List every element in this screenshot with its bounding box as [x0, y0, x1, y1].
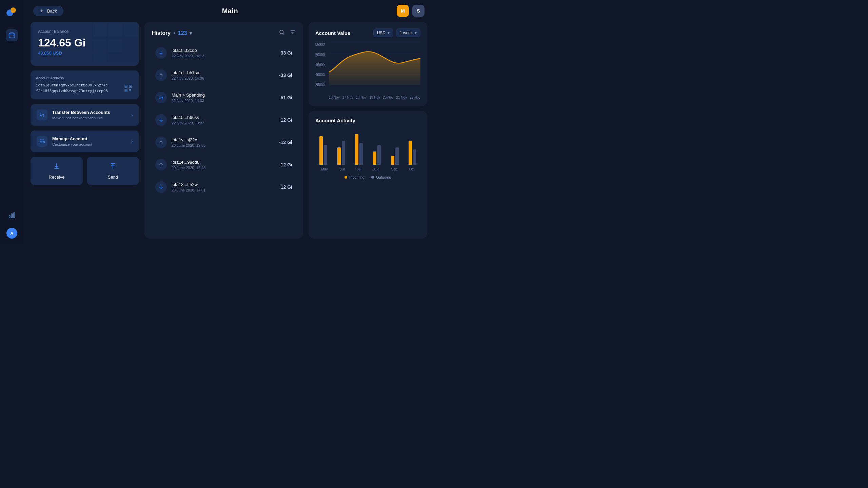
address-label: Account Address [36, 76, 134, 80]
tx-address: iota1f...t3cop [172, 48, 276, 53]
outgoing-bar [342, 141, 345, 165]
logo [5, 5, 19, 20]
svg-point-14 [280, 30, 283, 34]
bar-group [387, 147, 403, 165]
period-chevron-icon: ▾ [415, 30, 417, 35]
receive-button[interactable]: Receive [31, 157, 83, 185]
tx-date: 22 Nov 2020, 13:37 [172, 121, 276, 125]
transfer-button[interactable]: Transfer Between Accounts Move funds bet… [31, 104, 139, 126]
sidebar-user-avatar[interactable]: A [6, 228, 17, 239]
incoming-bar [373, 151, 376, 165]
tx-info: iota1v...sj22c 20 June 2020, 19:05 [172, 137, 274, 147]
transaction-item[interactable]: iota1v...sj22c 20 June 2020, 19:05 -12 G… [152, 132, 296, 153]
middle-panel: History • 123 ▾ [144, 22, 303, 239]
send-icon [109, 162, 117, 172]
incoming-bar [319, 136, 323, 165]
chart-header: Account Value USD ▾ 1 week ▾ [315, 28, 420, 37]
header: Back Main M S [24, 0, 434, 22]
transfer-arrow-icon: › [131, 112, 133, 118]
address-card: Account Address iota1q9f0mlq8yxpx2nck8a0… [31, 70, 139, 99]
sidebar-item-wallet[interactable] [6, 29, 18, 41]
transfer-icon [37, 109, 47, 120]
filter-icon[interactable] [290, 29, 296, 37]
period-value: 1 week [400, 30, 413, 35]
back-label: Back [47, 8, 57, 14]
tx-address: Main > Spending [172, 93, 276, 98]
transaction-item[interactable]: iota18...ffn2w 20 June 2020, 14:01 12 Gi [152, 177, 296, 198]
send-button[interactable]: Send [87, 157, 139, 185]
svg-point-1 [11, 7, 16, 13]
main-container: Back Main M S [24, 0, 434, 244]
left-panel: Account Balance 124.65 Gi 49,860 USD Acc… [31, 22, 139, 239]
outgoing-bar [395, 147, 399, 165]
currency-chevron-icon: ▾ [388, 30, 390, 35]
account-value-title: Account Value [315, 30, 350, 36]
line-chart: 55000 50000 45000 40000 35000 [315, 43, 420, 94]
incoming-bar [337, 147, 341, 165]
header-avatar-m[interactable]: M [397, 5, 409, 17]
incoming-bar [355, 134, 358, 165]
page-title: Main [222, 7, 238, 15]
header-avatars: M S [397, 5, 425, 17]
sidebar-item-chart[interactable] [6, 209, 18, 221]
transaction-item[interactable]: iota1e...98dd8 20 June 2020, 15:45 -12 G… [152, 154, 296, 175]
legend-outgoing-label: Outgoing [376, 175, 391, 179]
transaction-list: iota1f...t3cop 22 Nov 2020, 14:12 33 Gi … [152, 42, 296, 231]
svg-rect-6 [14, 212, 15, 218]
manage-text: Manage Account Customize your account [52, 136, 126, 146]
header-avatar-s[interactable]: S [412, 5, 425, 17]
tx-amount: -33 Gi [279, 73, 292, 78]
history-title: History • 123 ▾ [152, 30, 192, 36]
y-axis-labels: 55000 50000 45000 40000 35000 [315, 43, 325, 87]
history-count: 123 [178, 30, 187, 36]
tx-info: iota1f...t3cop 22 Nov 2020, 14:12 [172, 48, 276, 58]
tx-type-icon [155, 47, 167, 59]
activity-title: Account Activity [315, 118, 420, 123]
currency-value: USD [377, 30, 386, 35]
history-actions [279, 29, 296, 37]
address-line1: iota1q9f0mlq8yxpx2nck8a0slxnzr4e [36, 83, 108, 88]
tx-type-icon [155, 137, 167, 148]
svg-rect-11 [108, 39, 122, 52]
search-icon[interactable] [279, 29, 285, 37]
right-panel: Account Value USD ▾ 1 week ▾ [309, 22, 427, 239]
transfer-text: Transfer Between Accounts Move funds bet… [52, 110, 126, 120]
incoming-dot [344, 176, 347, 179]
outgoing-bar [324, 145, 327, 165]
tx-type-icon [155, 69, 167, 81]
incoming-bar [391, 156, 394, 165]
bar-x-labels: MayJunJulAugSepOct [315, 167, 420, 171]
tx-amount: 12 Gi [281, 117, 292, 123]
bar-month-label: Jun [340, 167, 345, 171]
svg-rect-5 [11, 214, 12, 218]
transaction-item[interactable]: iota1d...hh7sa 22 Nov 2020, 14:06 -33 Gi [152, 65, 296, 86]
tx-amount: -12 Gi [279, 140, 292, 145]
transaction-item[interactable]: Main > Spending 22 Nov 2020, 14:03 51 Gi [152, 87, 296, 108]
currency-select[interactable]: USD ▾ [373, 28, 393, 37]
tx-info: iota1e...98dd8 20 June 2020, 15:45 [172, 160, 274, 170]
back-button[interactable]: Back [33, 6, 63, 16]
tx-date: 20 June 2020, 14:01 [172, 188, 276, 192]
tx-address: iota1e...98dd8 [172, 160, 274, 165]
svg-rect-8 [108, 23, 122, 37]
chart-controls: USD ▾ 1 week ▾ [373, 28, 420, 37]
legend-incoming: Incoming [344, 175, 364, 179]
transaction-item[interactable]: iota15...h66ss 22 Nov 2020, 13:37 12 Gi [152, 109, 296, 130]
legend-outgoing: Outgoing [371, 175, 391, 179]
tx-date: 22 Nov 2020, 14:12 [172, 54, 276, 58]
tx-amount: -12 Gi [279, 162, 292, 167]
svg-rect-2 [9, 34, 15, 38]
outgoing-bar [359, 143, 363, 165]
history-header: History • 123 ▾ [152, 29, 296, 37]
manage-account-button[interactable]: Manage Account Customize your account › [31, 130, 139, 152]
x-axis-labels: 16 Nov 17 Nov 18 Nov 19 Nov 20 Nov 21 No… [315, 96, 420, 99]
history-chevron-icon[interactable]: ▾ [190, 30, 192, 36]
period-select[interactable]: 1 week ▾ [396, 28, 420, 37]
history-label: History [152, 30, 171, 36]
qr-icon[interactable] [123, 83, 134, 94]
tx-date: 20 June 2020, 15:45 [172, 166, 274, 170]
manage-title: Manage Account [52, 136, 126, 141]
legend-incoming-label: Incoming [349, 175, 364, 179]
tx-date: 20 June 2020, 19:05 [172, 143, 274, 147]
transaction-item[interactable]: iota1f...t3cop 22 Nov 2020, 14:12 33 Gi [152, 42, 296, 63]
